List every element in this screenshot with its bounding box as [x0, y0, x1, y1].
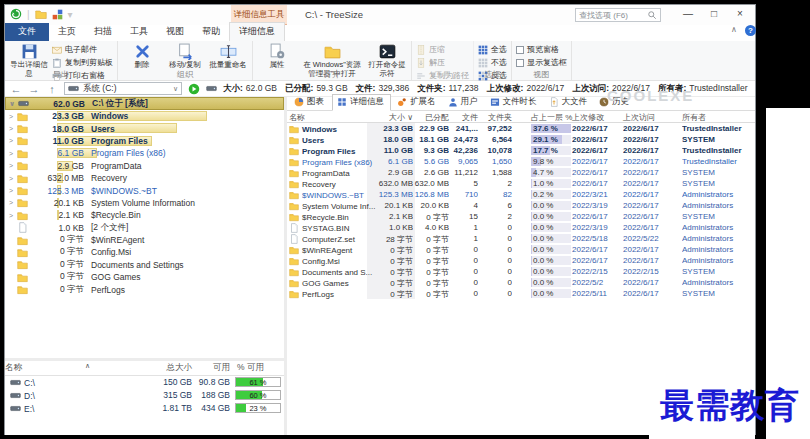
table-row[interactable]: SYSTAG.BIN1.0 KB4.0 KB100.0 %2022/3/1920…	[287, 222, 755, 233]
column-header-files[interactable]: 文件	[453, 112, 478, 123]
expand-icon[interactable]: >	[5, 212, 17, 219]
table-row[interactable]: Documents and S...0 字节0 字节000.0 %2022/2/…	[287, 266, 755, 277]
table-row[interactable]: ComputerZ.set28 字节0 字节100.0 %2022/5/1820…	[287, 233, 755, 244]
expand-icon[interactable]: >	[5, 175, 17, 182]
ribbon-tab-扫描[interactable]: 扫描	[85, 23, 121, 41]
ribbon-tab-工具[interactable]: 工具	[121, 23, 157, 41]
table-row[interactable]: PerfLogs0 字节0 字节000.0 %2022/5/112022/6/1…	[287, 288, 755, 299]
details-tab-用户[interactable]: 用户	[444, 95, 484, 110]
close-button[interactable]: ×	[727, 5, 753, 21]
ribbon-button[interactable]: 移动/复制	[165, 43, 205, 70]
ribbon-tab-帮助[interactable]: 帮助	[193, 23, 229, 41]
start-scan-button[interactable]	[188, 83, 200, 95]
table-row[interactable]: $Recycle.Bin2.1 KB0 字节1520.0 %2022/6/172…	[287, 211, 755, 222]
drive-row[interactable]: E:\1.81 TB434 GB23 %	[5, 402, 284, 415]
tree-row[interactable]: >2.9 GBProgramData	[5, 160, 284, 172]
ribbon-group-视图: 预览窗格显示复选框视图	[512, 41, 572, 80]
tree-row[interactable]: >632.0 MBRecovery	[5, 172, 284, 184]
tree-row[interactable]: >18.0 GBUsers	[5, 122, 284, 134]
ribbon-button[interactable]: 压缩	[416, 44, 469, 55]
expand-icon[interactable]: >	[5, 162, 17, 169]
details-tab-图表[interactable]: 图表	[290, 95, 330, 110]
table-row[interactable]: System Volume Inf...20.1 KB20.0 KB460.0 …	[287, 200, 755, 211]
checkbox[interactable]	[516, 59, 524, 67]
expand-icon[interactable]: >	[5, 125, 17, 132]
column-header-accessed[interactable]: 上次访问	[623, 112, 673, 123]
table-row[interactable]: Recovery632.0 MB632.0 MB521.0 %2022/6/17…	[287, 178, 755, 189]
tree-row[interactable]: 1.0 KB[2 个文件]	[5, 222, 284, 234]
tree-root-row[interactable]: ∨62.0 GBC:\ 位于 [系统]	[5, 97, 284, 110]
drive-col-total[interactable]: 总大小	[125, 362, 192, 374]
table-row[interactable]: Program Files (x86)6.1 GB5.6 GB9,0651,65…	[287, 156, 755, 167]
details-tab-文件时长[interactable]: 文件时长	[486, 95, 543, 110]
column-header-folders[interactable]: 文件夹	[481, 112, 512, 123]
up-button[interactable]: ↑	[46, 83, 58, 95]
free-space-bar: 23 %	[235, 403, 281, 413]
back-button[interactable]: ←	[10, 83, 22, 95]
tree-row[interactable]: 0 字节GOG Games	[5, 271, 284, 283]
minimize-button[interactable]: —	[675, 5, 701, 21]
tree-row[interactable]: 0 字节PerfLogs	[5, 283, 284, 295]
expand-icon[interactable]: >	[5, 137, 17, 144]
column-header-owner[interactable]: 所有者	[682, 112, 754, 123]
search-input[interactable]: 查找选项 (F6)	[575, 8, 661, 22]
ribbon-button[interactable]: 复制到剪贴板	[52, 57, 113, 68]
ribbon-button[interactable]: 全选	[478, 44, 507, 55]
ribbon-button[interactable]: 不选	[478, 57, 507, 68]
column-header-modified[interactable]: 上次修改	[572, 112, 622, 123]
drive-col-pct-free[interactable]: % 可用	[237, 362, 264, 374]
table-row[interactable]: ProgramData2.9 GB2.6 GB11,2121,5884.7 %2…	[287, 167, 755, 178]
forward-button[interactable]: →	[28, 83, 40, 95]
table-row[interactable]: $WinREAgent0 字节0 字节000.0 %2022/6/172022/…	[287, 244, 755, 255]
ribbon-button[interactable]: 显示复选框	[516, 57, 567, 68]
ribbon-tab-详细信息[interactable]: 详细信息	[229, 22, 285, 41]
table-row[interactable]: $WINDOWS.~BT125.3 MB126.8 MB710820.2 %20…	[287, 189, 755, 200]
maximize-button[interactable]: □	[701, 5, 727, 21]
ribbon-button[interactable]: 批量重命名	[208, 43, 248, 70]
drive-row[interactable]: C:\150 GB90.8 GB61 %	[5, 376, 284, 389]
table-row[interactable]: GOG Games0 字节0 字节000.0 %2022/5/22022/6/1…	[287, 277, 755, 288]
tree-row[interactable]: 0 字节Documents and Settings	[5, 259, 284, 271]
tree-row[interactable]: >2.1 KB$Recycle.Bin	[5, 209, 284, 221]
table-row[interactable]: Program Files11.0 GB9.3 GB42,23610,07817…	[287, 145, 755, 156]
ribbon-tab-视图[interactable]: 视图	[157, 23, 193, 41]
tree-row[interactable]: 0 字节Config.Msi	[5, 246, 284, 258]
drive-row[interactable]: D:\315 GB188 GB60 %	[5, 389, 284, 402]
details-tab-扩展名[interactable]: 扩展名	[393, 95, 442, 110]
column-header-alloc[interactable]: 已分配	[405, 112, 449, 123]
column-header-pct[interactable]: 占上一层 %	[531, 112, 571, 121]
expand-icon[interactable]: >	[5, 199, 17, 206]
collapse-ribbon-button[interactable]: ∧	[727, 25, 741, 37]
ribbon-button[interactable]: 属性	[257, 43, 297, 70]
path-combobox[interactable]: 系统 (C:) ∨	[64, 82, 182, 95]
tree-row[interactable]: 0 字节$WinREAgent	[5, 234, 284, 246]
details-tab-历史[interactable]: 历史	[595, 95, 635, 110]
tree-row[interactable]: >23.3 GBWindows	[5, 110, 284, 122]
table-row[interactable]: Config.Msi0 字节0 字节000.0 %2022/6/172022/6…	[287, 255, 755, 266]
ribbon-button[interactable]: 解压	[416, 57, 469, 68]
tree-row[interactable]: >125.3 MB$WINDOWS.~BT	[5, 184, 284, 196]
tree-row[interactable]: >20.1 KBSystem Volume Information	[5, 197, 284, 209]
ribbon-tab-主页[interactable]: 主页	[49, 23, 85, 41]
expand-icon[interactable]: >	[5, 187, 17, 194]
ribbon-button[interactable]: 预览窗格	[516, 44, 567, 55]
table-row[interactable]: Windows23.3 GB22.9 GB241,...97,25237.6 %…	[287, 123, 755, 134]
details-tab-大文件[interactable]: 大文件	[545, 95, 594, 110]
expand-icon[interactable]: >	[5, 113, 17, 120]
ribbon-button[interactable]: 电子邮件	[52, 44, 113, 55]
checkbox[interactable]	[516, 46, 524, 54]
expand-icon[interactable]: >	[5, 150, 17, 157]
drive-name-label: E:\	[24, 404, 34, 414]
drive-col-name[interactable]: 名称	[5, 362, 22, 374]
tree-row[interactable]: >11.0 GBProgram Files	[5, 135, 284, 147]
details-tab-详细信息[interactable]: 详细信息	[332, 94, 391, 111]
ribbon-button[interactable]: 删除	[122, 43, 162, 70]
table-row[interactable]: Users18.0 GB18.1 GB24,4736,56429.1 %2022…	[287, 134, 755, 145]
qat-dropdown-icon[interactable]: ▾	[68, 9, 73, 20]
chevron-down-icon[interactable]: ∨	[6, 100, 18, 108]
drive-col-free[interactable]: 可用	[195, 362, 230, 374]
help-button[interactable]: ?	[745, 25, 756, 36]
tree-row[interactable]: >6.1 GBProgram Files (x86)	[5, 147, 284, 159]
ribbon-tab-文件[interactable]: 文件	[5, 23, 49, 41]
row-modified: 2022/3/19	[572, 201, 622, 210]
